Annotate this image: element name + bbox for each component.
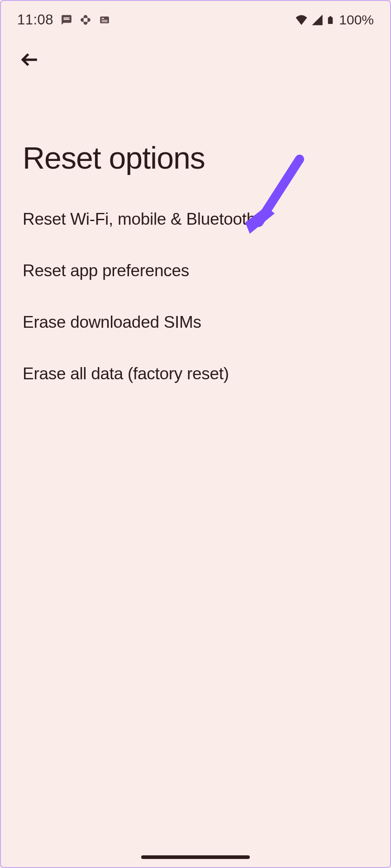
- status-bar-left: 11:08: [17, 12, 110, 28]
- option-reset-wifi-mobile-bluetooth[interactable]: Reset Wi-Fi, mobile & Bluetooth: [23, 193, 368, 245]
- options-list: Reset Wi-Fi, mobile & Bluetooth Reset ap…: [1, 193, 390, 400]
- svg-rect-2: [102, 20, 108, 21]
- status-bar-right: 100%: [295, 12, 374, 28]
- page-title: Reset options: [1, 72, 390, 193]
- app-header: [1, 33, 390, 72]
- wifi-icon: [295, 13, 308, 27]
- option-reset-app-preferences[interactable]: Reset app preferences: [23, 245, 368, 297]
- battery-percent: 100%: [339, 12, 374, 28]
- svg-rect-5: [329, 16, 332, 18]
- message-icon: [61, 14, 72, 26]
- status-bar: 11:08 100%: [1, 1, 390, 33]
- option-erase-all-data-factory-reset[interactable]: Erase all data (factory reset): [23, 348, 368, 400]
- navigation-handle[interactable]: [141, 855, 250, 859]
- back-button[interactable]: [17, 47, 43, 72]
- cellular-signal-icon: [311, 14, 324, 26]
- svg-rect-4: [328, 17, 333, 24]
- svg-rect-1: [102, 18, 104, 19]
- status-time: 11:08: [17, 12, 53, 28]
- battery-icon: [326, 13, 334, 27]
- svg-rect-3: [102, 21, 108, 22]
- back-arrow-icon: [20, 50, 39, 69]
- photos-pinwheel-icon: [80, 14, 91, 26]
- option-erase-downloaded-sims[interactable]: Erase downloaded SIMs: [23, 297, 368, 348]
- news-icon: [99, 14, 110, 26]
